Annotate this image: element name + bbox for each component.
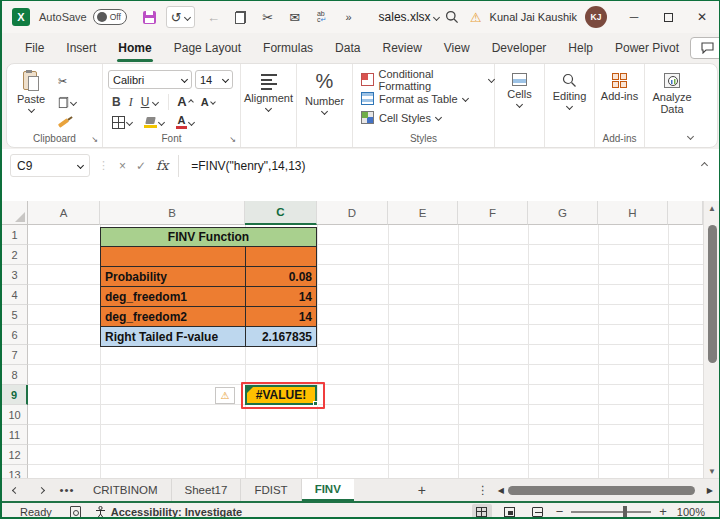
save-button[interactable] [139, 6, 161, 28]
user-avatar[interactable]: KJ [585, 6, 607, 28]
scroll-left-icon[interactable]: ◀ [498, 486, 504, 495]
table-row-value[interactable]: 14 [246, 287, 316, 306]
table-empty-cell[interactable] [246, 247, 316, 266]
row-header-4[interactable]: 4 [2, 285, 28, 305]
zoom-slider[interactable] [571, 511, 651, 513]
new-sheet-button[interactable]: + [402, 479, 442, 501]
accessibility-status[interactable]: Accessibility: Investigate [111, 506, 242, 518]
macro-record-icon[interactable] [70, 506, 81, 518]
column-header-a[interactable]: A [28, 201, 100, 225]
row-header-5[interactable]: 5 [2, 305, 28, 325]
copy-button[interactable] [230, 6, 252, 28]
row-header-3[interactable]: 3 [2, 265, 28, 285]
alignment-button[interactable]: Alignment [241, 74, 296, 111]
select-all-corner[interactable] [2, 201, 28, 225]
row-header-8[interactable]: 8 [2, 365, 28, 385]
table-row-label[interactable]: deg_freedom2 [101, 307, 245, 326]
error-options-button[interactable]: ⚠ [215, 387, 235, 404]
table-empty-cell[interactable] [101, 247, 245, 266]
font-name-select[interactable]: Calibri [108, 70, 192, 89]
font-color-button[interactable]: A [172, 115, 198, 129]
sheet-tab-critbinom[interactable]: CRITBINOM [80, 479, 172, 501]
tab-data[interactable]: Data [324, 35, 371, 61]
minimize-button[interactable]: ─ [617, 1, 651, 33]
format-painter-button[interactable] [55, 114, 79, 132]
sheet-tab-fdist[interactable]: FDIST [241, 479, 301, 501]
finv-table-title[interactable]: FINV Function [101, 228, 316, 246]
row-header-9[interactable]: 9 [2, 385, 28, 405]
grow-font-button[interactable]: A [173, 97, 196, 107]
prev-sheet-button[interactable] [2, 479, 28, 501]
number-button[interactable]: % Number [297, 70, 352, 114]
format-as-table-button[interactable]: Format as Table [353, 89, 494, 108]
cut-ribbon-button[interactable]: ✂ [55, 72, 79, 90]
row-header-10[interactable]: 10 [2, 405, 28, 425]
font-size-select[interactable]: 14 [195, 70, 233, 89]
qat-overflow-button[interactable]: » [338, 6, 360, 28]
table-row-value[interactable]: 0.08 [246, 267, 316, 286]
underline-chevron-icon[interactable] [152, 98, 159, 105]
redo-button[interactable]: ← [203, 6, 225, 28]
table-row-label[interactable]: Probability [101, 267, 245, 286]
column-header-f[interactable]: F [458, 201, 528, 225]
column-header-c[interactable]: C [245, 201, 317, 225]
cut-button[interactable]: ✂ [257, 6, 279, 28]
sheet-menu-button[interactable]: ⋮ [470, 479, 496, 501]
tab-insert[interactable]: Insert [55, 35, 107, 61]
fill-color-button[interactable] [140, 117, 168, 128]
column-header-e[interactable]: E [388, 201, 458, 225]
tab-formulas[interactable]: Formulas [252, 35, 324, 61]
row-header-6[interactable]: 6 [2, 325, 28, 345]
sheet-tab-finv[interactable]: FINV [302, 479, 354, 501]
column-header-b[interactable]: B [100, 201, 245, 225]
tab-help[interactable]: Help [557, 35, 604, 61]
enter-formula-button[interactable]: ✓ [136, 159, 146, 173]
font-dialog-launcher[interactable]: ↘ [229, 135, 236, 144]
clipboard-dialog-launcher[interactable]: ↘ [91, 135, 98, 144]
conditional-formatting-button[interactable]: Conditional Formatting [353, 70, 494, 89]
cells-button[interactable]: Cells [495, 73, 544, 107]
maximize-button[interactable] [651, 1, 685, 33]
zoom-level[interactable]: 100% [677, 506, 705, 518]
italic-button[interactable]: I [125, 95, 137, 110]
undo-button[interactable]: ↺ [166, 6, 195, 28]
addins-button[interactable]: Add-ins [595, 73, 644, 102]
scroll-down-icon[interactable]: ▼ [708, 464, 716, 478]
insert-function-button[interactable]: fx [156, 158, 168, 173]
zoom-in-button[interactable]: + [659, 504, 667, 519]
row-header-13[interactable]: 13 [2, 465, 28, 478]
normal-view-button[interactable] [472, 504, 492, 519]
analyze-data-button[interactable]: Analyze Data [645, 73, 699, 115]
row-header-2[interactable]: 2 [2, 245, 28, 265]
email-button[interactable]: ✉ [284, 6, 306, 28]
column-header-h[interactable]: H [598, 201, 668, 225]
ribbon-collapse-chevron-icon[interactable] [687, 133, 694, 140]
row-header-11[interactable]: 11 [2, 425, 28, 445]
zoom-out-button[interactable]: − [556, 504, 564, 519]
user-name[interactable]: Kunal Jai Kaushik [490, 11, 577, 23]
formula-bar-collapse-icon[interactable] [701, 162, 708, 169]
shrink-font-button[interactable]: A [197, 97, 219, 107]
file-name[interactable]: sales.xlsx [379, 10, 431, 24]
tab-file[interactable]: File [14, 35, 55, 61]
cancel-formula-button[interactable]: × [119, 159, 126, 173]
cell-styles-button[interactable]: Cell Styles [353, 108, 494, 127]
scroll-up-icon[interactable]: ▲ [708, 201, 716, 215]
table-row-value[interactable]: 2.167835 [246, 327, 316, 346]
row-header-7[interactable]: 7 [2, 345, 28, 365]
editing-button[interactable]: Editing [545, 73, 594, 109]
row-header-1[interactable]: 1 [2, 225, 28, 245]
table-row-label[interactable]: Right Tailed F-value [101, 327, 245, 346]
column-header-partial[interactable] [668, 201, 703, 225]
scroll-right-icon[interactable]: ▶ [707, 486, 713, 495]
autosave-toggle[interactable]: Off [93, 9, 127, 25]
tab-review[interactable]: Review [371, 35, 432, 61]
vertical-scrollbar[interactable]: ▲ ▼ [703, 201, 720, 478]
vertical-scroll-thumb[interactable] [708, 225, 717, 363]
bold-button[interactable]: B [108, 95, 125, 109]
horizontal-scroll-thumb[interactable] [508, 486, 695, 495]
table-row-label[interactable]: deg_freedom1 [101, 287, 245, 306]
borders-button[interactable] [108, 116, 136, 129]
search-button[interactable] [441, 6, 463, 28]
paste-button[interactable]: Paste [7, 70, 55, 132]
